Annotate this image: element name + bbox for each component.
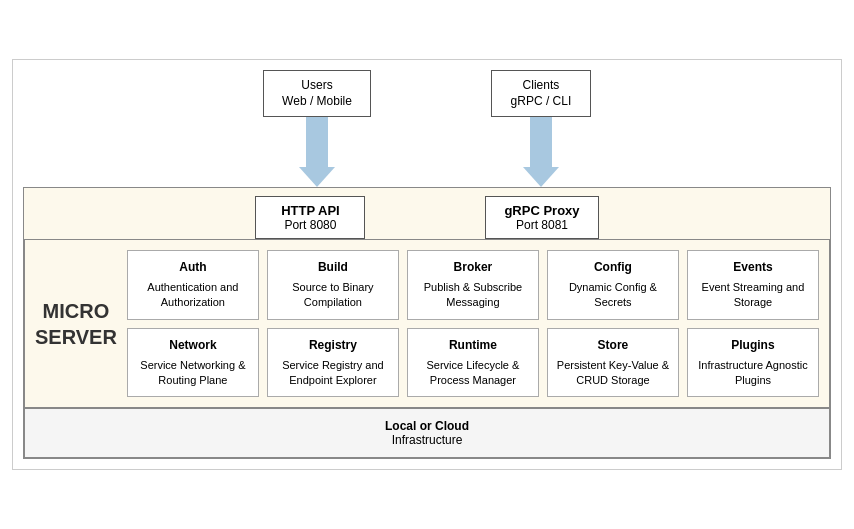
service-auth: Auth Authentication and Authorization [127,250,259,320]
service-grid: Auth Authentication and Authorization Bu… [127,250,819,397]
grpc-proxy-title: gRPC Proxy [504,203,579,218]
http-api-title: HTTP API [274,203,346,218]
service-store: Store Persistent Key-Value & CRUD Storag… [547,328,679,398]
infra-bar: Local or Cloud Infrastructure [24,408,830,458]
clients-box: Clients gRPC / CLI [491,70,591,118]
clients-arrow-shaft [530,117,552,167]
service-runtime: Runtime Service Lifecycle & Process Mana… [407,328,539,398]
service-plugins: Plugins Infrastructure Agnostic Plugins [687,328,819,398]
clients-arrow-head [523,167,559,187]
clients-label-line1: Clients [523,78,560,92]
http-api-subtitle: Port 8080 [284,218,336,232]
service-broker: Broker Publish & Subscribe Messaging [407,250,539,320]
clients-label-line2: gRPC / CLI [511,94,572,108]
infra-line1: Local or Cloud [35,419,819,433]
users-label-line1: Users [301,78,332,92]
users-label-line2: Web / Mobile [282,94,352,108]
top-section: Users Web / Mobile Clients gRPC / CLI [23,70,831,188]
users-arrow-head [299,167,335,187]
service-events: Events Event Streaming and Storage [687,250,819,320]
server-container: MICRO SERVER Auth Authentication and Aut… [24,239,830,408]
diagram: Users Web / Mobile Clients gRPC / CLI HT… [12,59,842,471]
service-build: Build Source to Binary Compilation [267,250,399,320]
grpc-proxy-subtitle: Port 8081 [516,218,568,232]
server-label-line1: MICRO [35,298,117,324]
api-row: HTTP API Port 8080 gRPC Proxy Port 8081 [32,196,822,239]
users-box: Users Web / Mobile [263,70,371,118]
service-config: Config Dynamic Config & Secrets [547,250,679,320]
users-entry: Users Web / Mobile [263,70,371,188]
users-arrow-shaft [306,117,328,167]
service-registry: Registry Service Registry and Endpoint E… [267,328,399,398]
clients-entry: Clients gRPC / CLI [491,70,591,188]
http-api-box: HTTP API Port 8080 [255,196,365,239]
grpc-proxy-box: gRPC Proxy Port 8081 [485,196,598,239]
outer-container: HTTP API Port 8080 gRPC Proxy Port 8081 … [23,187,831,459]
server-label: MICRO SERVER [35,250,117,397]
service-network: Network Service Networking & Routing Pla… [127,328,259,398]
service-row-2: Network Service Networking & Routing Pla… [127,328,819,398]
infra-line2: Infrastructure [392,433,463,447]
service-row-1: Auth Authentication and Authorization Bu… [127,250,819,320]
server-label-line2: SERVER [35,324,117,350]
